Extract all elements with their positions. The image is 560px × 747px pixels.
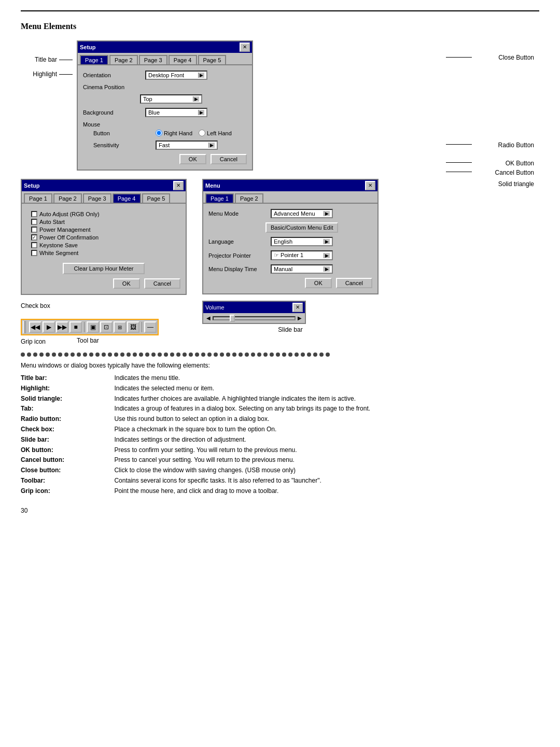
right-hand-radio[interactable]: Right Hand	[156, 130, 192, 136]
desc-def-radio-button: Use this round button to select an optio…	[114, 414, 539, 425]
clear-lamp-button[interactable]: Clear Lamp Hour Meter	[63, 263, 145, 274]
p4-tab-page3[interactable]: Page 3	[83, 193, 111, 203]
slide-bar-ann-label: Slide bar	[202, 326, 379, 333]
menu-tab-page2[interactable]: Page 2	[235, 193, 263, 203]
lower-left-column: Setup ✕ Page 1 Page 2 Page 3 Page 4 Page…	[21, 179, 187, 345]
close-button-line	[446, 57, 472, 58]
basic-custom-row: Basic/Custom Menu Edit	[265, 222, 372, 233]
menu-mode-arrow: ▶	[324, 211, 330, 216]
page-number: 30	[21, 507, 539, 514]
menu-tab-page1[interactable]: Page 1	[205, 193, 234, 203]
sensitivity-value: Fast	[159, 142, 170, 148]
toolbar-btn-ffwd[interactable]: ▶▶	[56, 321, 68, 333]
desc-row-highlight: Highlight: Indicates the selected menu o…	[21, 384, 539, 394]
setup-page4-ok-button[interactable]: OK	[113, 278, 140, 289]
left-hand-radio[interactable]: Left Hand	[199, 130, 232, 136]
main-dialog-close-button[interactable]: ✕	[240, 43, 250, 52]
checkbox-power-off-label: Power Off Confirmation	[39, 234, 99, 241]
desc-def-highlight: Indicates the selected menu or item.	[114, 384, 539, 394]
p4-tab-page5[interactable]: Page 5	[142, 193, 171, 203]
background-dropdown[interactable]: Blue ▶	[145, 108, 207, 117]
checkbox-power-off-box[interactable]	[31, 234, 37, 241]
tab-page1[interactable]: Page 1	[80, 55, 108, 64]
desc-row-cancel-button: Cancel button: Press to cancel your sett…	[21, 455, 539, 466]
toolbar-btn-zoom[interactable]: ⊡	[100, 321, 113, 333]
orientation-label: Orientation	[83, 72, 140, 78]
button-radio-row: Button Right Hand Left Hand	[93, 130, 247, 136]
volume-slider-track[interactable]	[213, 316, 296, 320]
checkbox-auto-adjust: Auto Adjust (RGB Only)	[31, 211, 176, 217]
toolbar-btn-rewind[interactable]: ◀◀	[29, 321, 41, 333]
checkbox-power-management-box[interactable]	[31, 227, 37, 233]
menu-mode-dropdown[interactable]: Advanced Menu ▶	[271, 209, 333, 218]
menu-dialog-cancel-button[interactable]: Cancel	[336, 278, 372, 288]
checkbox-power-management-label: Power Management	[39, 227, 90, 233]
sensitivity-dropdown[interactable]: Fast ▶	[156, 140, 218, 150]
desc-def-grip-icon: Point the mouse here, and click and drag…	[114, 486, 539, 497]
orientation-value: Desktop Front	[148, 72, 184, 78]
setup-page4-title: Setup	[24, 182, 40, 189]
toolbar-btn-stop[interactable]: ■	[69, 321, 82, 333]
desc-term-slide-bar: Slide bar:	[21, 435, 114, 445]
top-rule	[21, 10, 539, 11]
volume-slider-thumb[interactable]	[230, 315, 235, 322]
volume-right-arrow[interactable]: ▶	[298, 315, 302, 321]
grip-icon[interactable]	[23, 321, 27, 333]
highlight-ann-line	[59, 74, 73, 75]
toolbar-section: ◀◀ ▶ ▶▶ ■ ▣ ⊡ ⊞ 🖼 — Grip icon Tool bar	[21, 319, 187, 345]
menu-dialog-title: Menu	[205, 182, 220, 189]
p4-tab-page4[interactable]: Page 4	[113, 193, 141, 203]
toolbar-btn-extra[interactable]: 🖼	[127, 321, 139, 333]
projector-pointer-dropdown[interactable]: ☞ Pointer 1 ▶	[271, 250, 333, 260]
menu-mode-label: Menu Mode	[208, 210, 265, 217]
language-arrow: ▶	[324, 239, 330, 244]
volume-close-button[interactable]: ✕	[292, 303, 303, 312]
language-dropdown[interactable]: English ▶	[271, 237, 333, 246]
checkbox-auto-start-label: Auto Start	[39, 219, 65, 225]
cinema-position-row: Cinema Position	[83, 84, 247, 90]
checkbox-auto-start-box[interactable]	[31, 219, 37, 225]
p4-tab-page1[interactable]: Page 1	[24, 193, 52, 203]
main-dialog-cancel-button[interactable]: Cancel	[211, 154, 247, 164]
checkbox-keystone-box[interactable]	[31, 242, 37, 248]
orientation-dropdown[interactable]: Desktop Front ▶	[145, 71, 207, 80]
toolbar-btn-frame[interactable]: ▣	[87, 321, 99, 333]
toolbar-btn-pic[interactable]: ⊞	[114, 321, 126, 333]
desc-row-check-box: Check box: Place a checkmark in the squa…	[21, 425, 539, 435]
main-dialog-btn-row: OK Cancel	[83, 154, 247, 164]
desc-row-radio-button: Radio button: Use this round button to s…	[21, 414, 539, 425]
volume-dialog: Volume ✕ ◀ ▶	[202, 301, 306, 324]
checkbox-white-segment-box[interactable]	[31, 250, 37, 256]
checkbox-power-off: Power Off Confirmation	[31, 234, 176, 241]
menu-dialog-ok-button[interactable]: OK	[305, 278, 332, 288]
tab-page4[interactable]: Page 4	[169, 55, 197, 64]
menu-display-time-dropdown[interactable]: Manual ▶	[271, 264, 333, 274]
sensitivity-arrow: ▶	[208, 143, 215, 148]
desc-def-toolbar: Contains several icons for specific task…	[114, 476, 539, 486]
volume-left-arrow[interactable]: ◀	[206, 315, 211, 321]
toolbar-btn-play[interactable]: ▶	[43, 321, 55, 333]
toolbar-btn-minus[interactable]: —	[144, 321, 157, 333]
tab-page2[interactable]: Page 2	[109, 55, 138, 64]
top-dropdown[interactable]: Top ▶	[140, 94, 202, 104]
checkbox-auto-adjust-box[interactable]	[31, 211, 37, 217]
main-dialog-ok-button[interactable]: OK	[179, 154, 206, 164]
desc-row-tab: Tab: Indicates a group of features in a …	[21, 404, 539, 414]
top-dropdown-row: Top ▶	[140, 94, 247, 104]
desc-def-ok-button: Press to confirm your setting. You will …	[114, 445, 539, 456]
setup-page4-close-button[interactable]: ✕	[173, 181, 184, 190]
desc-def-slide-bar: Indicates settings or the direction of a…	[114, 435, 539, 445]
menu-dialog-close-button[interactable]: ✕	[365, 181, 375, 190]
background-row: Background Blue ▶	[83, 108, 247, 117]
desc-def-titlebar: Indicates the menu title.	[114, 373, 539, 384]
ok-button-annotation: OK Button	[506, 160, 534, 167]
description-table: Title bar: Indicates the menu title. Hig…	[21, 373, 539, 497]
tab-page5[interactable]: Page 5	[198, 55, 227, 64]
basic-custom-button[interactable]: Basic/Custom Menu Edit	[265, 222, 338, 233]
setup-page4-cancel-button[interactable]: Cancel	[144, 278, 180, 289]
cancel-button-line	[446, 172, 472, 172]
desc-term-grip-icon: Grip icon:	[21, 486, 114, 497]
desc-row-slide-bar: Slide bar: Indicates settings or the dir…	[21, 435, 539, 445]
tab-page3[interactable]: Page 3	[139, 55, 167, 64]
p4-tab-page2[interactable]: Page 2	[53, 193, 82, 203]
